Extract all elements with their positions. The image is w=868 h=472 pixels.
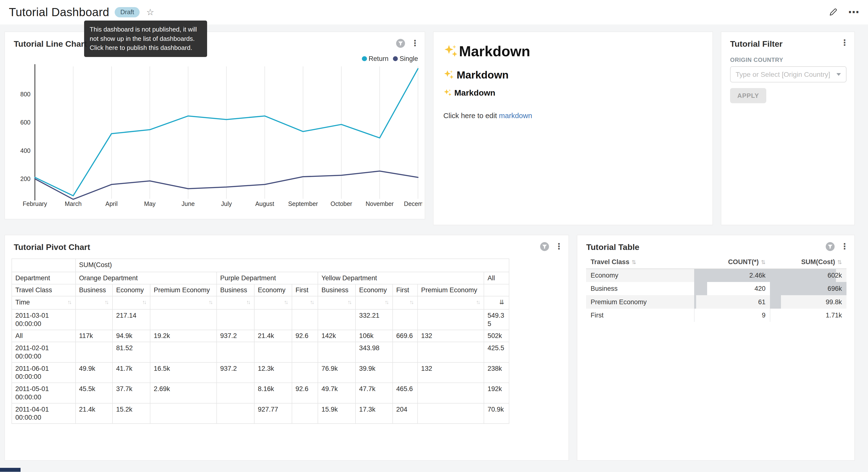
filter-card: Tutorial Filter ⋮ ORIGIN COUNTRY Type or… (721, 32, 855, 225)
page-title: Tutorial Dashboard (9, 5, 109, 19)
svg-text:June: June (181, 200, 195, 207)
pivot-cell: 92.6 (292, 383, 318, 403)
sort-icon[interactable]: ↑↓ (105, 298, 109, 306)
line-chart-plot[interactable]: 200400600800FebruaryMarchAprilMayJuneJul… (8, 63, 423, 212)
sort-icon[interactable]: ↑↓ (384, 298, 389, 306)
markdown-link[interactable]: markdown (499, 112, 532, 120)
pivot-col-header: Business (75, 284, 113, 296)
cell-sum: 99.8k (770, 295, 846, 308)
draft-badge[interactable]: Draft (115, 7, 140, 18)
pivot-group-header: Purple Department (217, 272, 318, 284)
pivot-cell (75, 342, 113, 362)
pivot-cell (150, 403, 217, 424)
sort-icon[interactable]: ↑↓ (348, 298, 352, 306)
pivot-class-row: Travel ClassBusinessEconomyPremium Econo… (12, 284, 509, 296)
edit-pencil-icon[interactable] (828, 7, 838, 17)
markdown-paragraph: Click here to edit markdown (443, 112, 703, 120)
sort-icon[interactable]: ↑↓ (142, 298, 147, 306)
kebab-menu-icon[interactable]: ⋮ (411, 39, 419, 48)
apply-button[interactable]: APPLY (730, 88, 766, 104)
pivot-cell: 45.5k (75, 383, 113, 403)
chart-legend: ReturnSingle (362, 55, 418, 63)
col-header-sum[interactable]: SUM(Cost)⇅ (770, 255, 846, 268)
legend-item[interactable]: Single (393, 55, 418, 63)
pivot-cell: 94.9k (113, 330, 150, 342)
dashboard-app: Tutorial Dashboard Draft ☆ ⋯ This dashbo… (0, 0, 868, 472)
pivot-cell: 132 (417, 330, 484, 342)
chevron-down-icon (836, 73, 841, 76)
pivot-cell: 16.5k (150, 362, 217, 383)
table-header-row: Travel Class⇅COUNT(*)⇅SUM(Cost)⇅ (586, 255, 846, 268)
pivot-cell: 217.14 (113, 309, 150, 330)
markdown-h2: Markdown (443, 69, 703, 81)
sort-icon[interactable]: ↑↓ (310, 298, 314, 306)
sort-icon[interactable]: ↑↓ (246, 298, 251, 306)
line-chart-card: Tutorial Line Chart ⋮ ReturnSingle 20040… (4, 32, 425, 219)
sort-icon[interactable]: ↑↓ (284, 298, 288, 306)
table-card: Tutorial Table ⋮ Travel Class⇅COUNT(*)⇅S… (577, 235, 855, 461)
cell-sum: 696k (770, 282, 846, 295)
cell-sum: 602k (770, 269, 846, 282)
sort-icon[interactable]: ⇊ (499, 298, 505, 306)
pivot-col-header: Economy (113, 284, 150, 296)
pivot-cell (217, 403, 254, 424)
sort-icon[interactable]: ⇅ (761, 259, 766, 265)
col-header-travel-class[interactable]: Travel Class⇅ (586, 255, 694, 268)
markdown-card: Markdown Markdown Markdown Click here to… (433, 32, 713, 225)
pivot-cell: 132 (417, 362, 484, 383)
pivot-cell (217, 342, 254, 362)
pivot-col-header: Business (217, 284, 254, 296)
cell-bar (770, 295, 781, 308)
pivot-cell: 142k (318, 330, 355, 342)
pivot-col-header: Premium Economy (417, 284, 484, 296)
sort-icon[interactable]: ⇅ (837, 259, 842, 265)
pivot-cell (393, 309, 417, 330)
svg-text:December: December (404, 200, 423, 207)
publish-tooltip[interactable]: This dashboard is not published, it will… (84, 21, 207, 57)
svg-text:400: 400 (20, 147, 31, 154)
legend-label: Single (400, 55, 418, 63)
filter-scope-icon[interactable] (540, 242, 549, 251)
svg-text:800: 800 (20, 91, 31, 97)
cell-travel-class: Economy (586, 269, 694, 282)
pivot-cell: 332.21 (355, 309, 393, 330)
sort-icon[interactable]: ↑↓ (409, 298, 414, 306)
sort-icon[interactable]: ⇅ (631, 259, 636, 265)
cell-count: 61 (694, 295, 770, 308)
filter-scope-icon[interactable] (396, 39, 405, 48)
kebab-menu-icon[interactable]: ⋮ (555, 242, 563, 251)
cell-bar (694, 282, 707, 295)
pivot-cell: 17.3k (355, 403, 393, 424)
pivot-cell: 425.5 (484, 342, 509, 362)
sort-icon[interactable]: ↑↓ (476, 298, 480, 306)
filter-scope-icon[interactable] (826, 242, 835, 251)
line-chart-card-actions: ⋮ (396, 39, 419, 48)
pivot-metric-label: SUM(Cost) (75, 259, 509, 272)
star-icon[interactable]: ☆ (146, 8, 154, 17)
pivot-cell: 49.9k (75, 362, 113, 383)
pivot-cell: 21.4k (254, 330, 292, 342)
origin-country-select[interactable]: Type or Select [Origin Country] (730, 66, 846, 82)
cell-count: 420 (694, 282, 770, 295)
pivot-col-header: First (292, 284, 318, 296)
line-chart-title: Tutorial Line Chart (14, 39, 87, 49)
pivot-cell: 39.9k (355, 362, 393, 383)
pivot-row-label: 2011-02-01 00:00:00 (12, 342, 75, 362)
kebab-menu-icon[interactable]: ⋮ (840, 242, 849, 251)
pivot-cell (217, 309, 254, 330)
col-header-count[interactable]: COUNT(*)⇅ (694, 255, 770, 268)
cell-travel-class: Business (586, 282, 694, 295)
sort-icon[interactable]: ↑↓ (67, 298, 72, 306)
kebab-menu-icon[interactable]: ⋮ (840, 39, 849, 47)
pivot-cell: 927.77 (254, 403, 292, 424)
table-row: Business420696k (586, 282, 846, 295)
pivot-cell: 49.7k (318, 383, 355, 403)
svg-text:August: August (255, 200, 274, 207)
pivot-cell (417, 403, 484, 424)
more-menu-icon[interactable]: ⋯ (848, 7, 859, 18)
pivot-col-header: Economy (355, 284, 393, 296)
sort-icon[interactable]: ↑↓ (209, 298, 213, 306)
table-row: Economy2.46k602k (586, 269, 846, 282)
cell-bar (694, 308, 694, 322)
legend-item[interactable]: Return (362, 55, 389, 63)
